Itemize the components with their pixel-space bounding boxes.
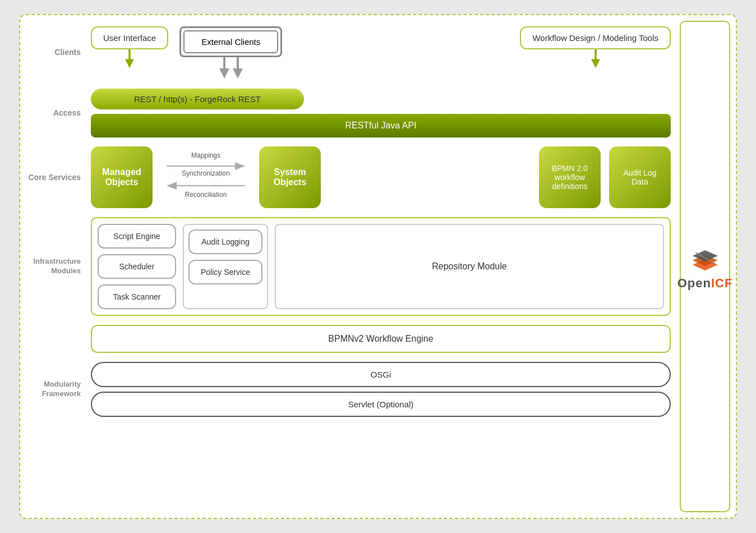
left-infra-col: Script Engine Scheduler Task Scanner — [98, 224, 176, 309]
svg-text:Synchronization: Synchronization — [182, 169, 229, 177]
audit-logging-box: Audit Logging — [188, 229, 262, 254]
system-objects-box: System Objects — [259, 146, 321, 208]
openicf-text: OpenICF — [677, 276, 733, 291]
infra-label: Infrastructure Modules — [26, 213, 87, 320]
clients-row: Clients User Interface — [26, 21, 674, 84]
servlet-bar: Servlet (Optional) — [91, 392, 671, 417]
bpmnv2-bar: BPMNv2 Workflow Engine — [91, 325, 671, 353]
core-content: Managed Objects Mappings — [87, 142, 674, 213]
workflow-arrow — [588, 49, 603, 69]
scheduler-box: Scheduler — [98, 254, 176, 279]
modularity-content: OSGi Servlet (Optional) — [87, 357, 674, 421]
ext-arrows — [214, 57, 248, 80]
workflow-col: Workflow Design / Modeling Tools — [520, 26, 671, 69]
modularity-label: Modularity Framework — [26, 357, 87, 421]
mappings-area: Mappings Synchronization Reconciliation — [161, 146, 251, 208]
infra-outer: Script Engine Scheduler Task Scanner Aud… — [91, 217, 671, 316]
right-panel: OpenICF — [680, 21, 730, 512]
svg-text:Reconciliation: Reconciliation — [185, 191, 227, 199]
svg-marker-3 — [219, 68, 229, 79]
external-clients-inner: External Clients — [183, 30, 278, 53]
task-scanner-box: Task Scanner — [98, 284, 176, 309]
icf-text: ICF — [711, 276, 732, 290]
repo-module-box: Repository Module — [275, 224, 664, 309]
policy-service-box: Policy Service — [188, 260, 262, 284]
modularity-row: Modularity Framework OSGi Servlet (Optio… — [26, 357, 674, 421]
access-row: Access REST / http(s) - ForgeRock REST R… — [26, 84, 674, 142]
core-row: Core Services Managed Objects — [26, 142, 674, 213]
external-clients-col: External Clients — [179, 26, 282, 80]
bpmn-box: BPMN 2.0 workflow definitions — [539, 146, 601, 208]
bpmnv2-label-empty — [26, 320, 87, 357]
open-text: Open — [677, 276, 711, 290]
modularity-inner: OSGi Servlet (Optional) — [91, 362, 671, 417]
infra-content: Script Engine Scheduler Task Scanner Aud… — [87, 213, 674, 320]
mappings-arrows-svg: Mappings Synchronization Reconciliation — [161, 146, 251, 208]
svg-marker-7 — [591, 59, 600, 68]
script-engine-box: Script Engine — [98, 224, 176, 249]
workflow-tools-box: Workflow Design / Modeling Tools — [520, 26, 671, 49]
user-interface-box: User Interface — [91, 26, 168, 49]
osgi-bar: OSGi — [91, 362, 671, 387]
access-label: Access — [26, 84, 87, 142]
bpmnv2-row: BPMNv2 Workflow Engine — [26, 320, 674, 357]
core-label: Core Services — [26, 142, 87, 213]
svg-marker-5 — [233, 68, 243, 79]
rest-box: REST / http(s) - ForgeRock REST — [91, 89, 304, 109]
ui-arrow — [122, 49, 137, 69]
audit-log-box: Audit Log Data — [609, 146, 671, 208]
svg-marker-11 — [167, 182, 177, 190]
openicf-logo: OpenICF — [677, 242, 733, 291]
svg-marker-1 — [125, 59, 134, 68]
clients-label: Clients — [26, 21, 87, 84]
managed-objects-box: Managed Objects — [91, 146, 153, 208]
core-inner: Managed Objects Mappings — [91, 146, 671, 208]
access-inner: REST / http(s) - ForgeRock REST RESTful … — [91, 89, 671, 137]
svg-text:Mappings: Mappings — [191, 151, 220, 159]
outer-wrapper: Clients User Interface — [19, 14, 737, 519]
user-interface-col: User Interface — [91, 26, 168, 69]
bpmnv2-content: BPMNv2 Workflow Engine — [87, 320, 674, 357]
main-diagram: Clients User Interface — [26, 21, 674, 512]
mid-infra-col: Audit Logging Policy Service — [183, 224, 268, 309]
access-content: REST / http(s) - ForgeRock REST RESTful … — [87, 84, 674, 142]
infra-row: Infrastructure Modules Script Engine Sch… — [26, 213, 674, 320]
clients-section: User Interface External Clients — [91, 26, 671, 80]
openicf-icon — [690, 242, 721, 273]
restful-bar: RESTful Java API — [91, 114, 671, 137]
clients-content: User Interface External Clients — [87, 21, 674, 84]
svg-marker-9 — [235, 162, 245, 170]
external-clients-box: External Clients — [179, 26, 282, 57]
